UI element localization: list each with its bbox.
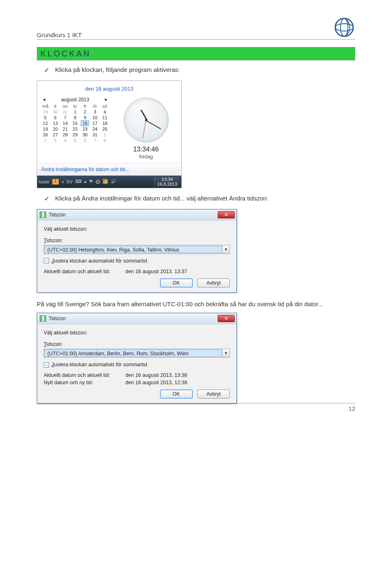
calendar-day[interactable]: 2 <box>40 138 50 143</box>
dst-label: Justera klockan automatiskt för sommarti… <box>51 362 147 367</box>
timezone-icon <box>40 212 46 218</box>
calendar-prev-icon[interactable]: ◄ <box>42 97 46 102</box>
calendar-day[interactable]: 4 <box>100 109 110 115</box>
timezone-combo[interactable]: (UTC+02:00) Helsingfors, Kiev, Riga, Sof… <box>44 245 230 254</box>
taskbar-chevrons-icon: » <box>62 179 64 184</box>
timezone-combo[interactable]: (UTC+01:00) Amsterdam, Berlin, Bern, Rom… <box>44 349 230 358</box>
chevron-down-icon[interactable]: ▼ <box>222 245 229 254</box>
dialog-prompt: Välj aktuell tidszon: <box>44 330 230 336</box>
calendar-day[interactable]: 31 <box>90 132 100 138</box>
calendar-dow: to <box>70 103 80 109</box>
calendar-day[interactable]: 3 <box>90 109 100 115</box>
dialog-prompt: Välj aktuell tidszon: <box>44 226 230 232</box>
calendar-day[interactable]: 26 <box>40 132 50 138</box>
calendar-day[interactable]: 14 <box>60 120 70 126</box>
calendar-day[interactable]: 19 <box>40 126 50 132</box>
arrow-up-icon[interactable]: ▴ <box>84 179 87 184</box>
timezone-icon <box>40 315 46 322</box>
power-icon[interactable]: ⏻ <box>96 179 100 184</box>
calendar-day[interactable]: 30 <box>50 109 60 115</box>
calendar-day[interactable]: 5 <box>40 115 50 120</box>
calendar-day[interactable]: 6 <box>80 138 90 143</box>
taskbar-date: 16.8.2013 <box>157 182 177 187</box>
taskbar-time: 13:34 <box>157 177 177 182</box>
calendar-day[interactable]: 1 <box>70 109 80 115</box>
cancel-button[interactable]: Avbryt <box>197 390 230 399</box>
calendar-day[interactable]: 20 <box>50 126 60 132</box>
calendar-day[interactable]: 12 <box>40 120 50 126</box>
ok-button[interactable]: OK <box>160 278 193 287</box>
timezone-label: Tidszon: <box>44 341 230 347</box>
dst-label: Justera klockan automatiskt för sommarti… <box>51 258 147 264</box>
calendar-day[interactable]: 9 <box>80 115 90 120</box>
ok-button[interactable]: OK <box>160 390 193 399</box>
bullet-1-text: Klicka på klockan, följande program akti… <box>55 66 180 73</box>
dialog-title: Tidszon <box>49 316 66 321</box>
chevron-down-icon[interactable]: ▼ <box>222 349 229 357</box>
signal-icon[interactable]: 📶 <box>102 179 108 184</box>
current-datetime-label: Aktuellt datum och aktuell tid: <box>44 372 125 378</box>
calendar-dow: må <box>40 103 50 109</box>
calendar-day[interactable]: 30 <box>80 132 90 138</box>
dst-checkbox[interactable]: ✓ <box>44 258 49 263</box>
check-icon: ✓ <box>44 195 49 203</box>
calendar-day[interactable]: 31 <box>60 109 70 115</box>
calendar-day[interactable]: 28 <box>60 132 70 138</box>
calendar-day[interactable]: 23 <box>80 126 90 132</box>
paragraph-sweden: På väg till Sverige? Sök bara fram alter… <box>37 300 355 308</box>
cancel-button[interactable]: Avbryt <box>197 278 230 287</box>
flag-icon[interactable]: ⚑ <box>89 179 93 184</box>
taskbar-clock[interactable]: 13:34 16.8.2013 <box>154 177 180 187</box>
calendar-day[interactable]: 25 <box>100 126 110 132</box>
calendar-day[interactable]: 8 <box>70 115 80 120</box>
speaker-icon[interactable]: 🔊 <box>111 179 116 184</box>
calendar-day[interactable]: 17 <box>90 120 100 126</box>
calendar-day[interactable]: 13 <box>50 120 60 126</box>
calendar-day[interactable]: 18 <box>100 120 110 126</box>
calendar-day[interactable]: 7 <box>90 138 100 143</box>
calendar-day[interactable]: 29 <box>40 109 50 115</box>
calendar-day[interactable]: 22 <box>70 126 80 132</box>
calendar-day[interactable]: 15 <box>70 120 80 126</box>
timezone-dialog-1: Tidszon ✕ Välj aktuell tidszon: Tidszon:… <box>37 209 237 293</box>
change-date-time-link[interactable]: Ändra inställningarna för datum och tid.… <box>37 163 181 176</box>
calendar-day[interactable]: 4 <box>60 138 70 143</box>
timezone-value: (UTC+02:00) Helsingfors, Kiev, Riga, Sof… <box>45 246 222 253</box>
check-icon: ✓ <box>44 66 49 75</box>
close-button[interactable]: ✕ <box>218 211 235 218</box>
calendar-day[interactable]: 8 <box>100 138 110 143</box>
bullet-1: ✓ Klicka på klockan, följande program ak… <box>44 66 355 75</box>
calendar-day[interactable]: 7 <box>60 115 70 120</box>
current-datetime-label: Aktuellt datum och aktuell tid: <box>44 269 125 274</box>
calendar-day[interactable]: 10 <box>90 115 100 120</box>
calendar-day[interactable]: 27 <box>50 132 60 138</box>
page-number: 12 <box>37 403 355 412</box>
taskbar-label: lusse <box>39 179 49 184</box>
calendar-day[interactable]: 11 <box>100 115 110 120</box>
clock-popup: den 16 augusti 2013 ◄ augusti 2013 ► måt… <box>37 80 182 188</box>
calendar-dow: ti <box>50 103 60 109</box>
globe-logo-icon <box>333 16 355 38</box>
header-title: Grundkurs 1 IKT <box>37 31 82 38</box>
calendar-day[interactable]: 21 <box>60 126 70 132</box>
keyboard-icon[interactable]: ⌨ <box>75 179 82 184</box>
calendar: ◄ augusti 2013 ► måtiontofrlösö 29303112… <box>40 96 110 143</box>
calendar-day[interactable]: 1 <box>100 132 110 138</box>
calendar-day[interactable]: 16 <box>80 120 90 126</box>
timezone-label: Tidszon: <box>44 238 230 243</box>
calendar-day[interactable]: 2 <box>80 109 90 115</box>
timezone-dialog-2: Tidszon ✕ Välj aktuell tidszon: Tidszon:… <box>37 313 237 404</box>
calendar-day[interactable]: 6 <box>50 115 60 120</box>
taskbar-lang[interactable]: SV <box>67 179 73 184</box>
bullet-2: ✓ Klicka på Ändra inställningar för datu… <box>44 195 355 203</box>
taskbar-button[interactable]: I <box>52 178 59 185</box>
close-button[interactable]: ✕ <box>218 315 235 322</box>
calendar-day[interactable]: 3 <box>50 138 60 143</box>
calendar-day[interactable]: 24 <box>90 126 100 132</box>
calendar-dow: on <box>60 103 70 109</box>
calendar-next-icon[interactable]: ► <box>104 97 108 102</box>
calendar-day[interactable]: 5 <box>70 138 80 143</box>
calendar-day[interactable]: 29 <box>70 132 80 138</box>
calendar-dow: fr <box>80 103 90 109</box>
dst-checkbox[interactable]: ✓ <box>44 362 49 367</box>
